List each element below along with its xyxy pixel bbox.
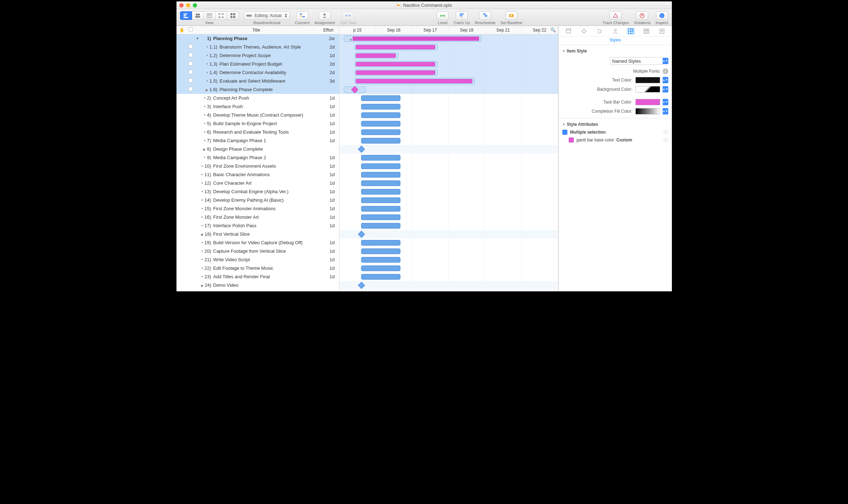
- item-style-header[interactable]: Item Style: [562, 47, 668, 55]
- tab-resource-icon[interactable]: [611, 27, 620, 35]
- gantt-task-bar[interactable]: [361, 189, 400, 195]
- gantt-task-bar[interactable]: [361, 240, 400, 246]
- view-resources-button[interactable]: [192, 11, 204, 20]
- task-row[interactable]: 5)Build Sample In-Engine Project1d: [176, 119, 339, 128]
- task-bar-color-swatch[interactable]: [635, 99, 660, 105]
- gantt-row[interactable]: [339, 196, 558, 205]
- view-calendar-button[interactable]: [204, 11, 215, 20]
- gantt-row[interactable]: [339, 153, 558, 162]
- task-list[interactable]: ▼1)Planning Phase2w1.1)Brainstorm Themes…: [176, 34, 339, 291]
- timeline-day[interactable]: p 15: [339, 26, 376, 34]
- gantt-row[interactable]: [339, 136, 558, 145]
- task-row[interactable]: ▼1)Planning Phase2w: [176, 34, 339, 43]
- gantt-row[interactable]: [339, 213, 558, 222]
- chevron-updown-icon[interactable]: ▲▼: [663, 99, 668, 105]
- named-styles-select[interactable]: Named Styles: [610, 57, 663, 65]
- task-row[interactable]: 16)First Zone Monster Art1d: [176, 213, 339, 222]
- gantt-milestone[interactable]: [358, 231, 365, 238]
- tab-diamond-icon[interactable]: [579, 27, 589, 35]
- task-row[interactable]: 19)Build Version for Video Capture (Debu…: [176, 239, 339, 247]
- gantt-task-bar[interactable]: [355, 69, 438, 76]
- gantt-task-bar[interactable]: [361, 265, 400, 271]
- task-row[interactable]: 10)First Zone Environment Assets1d: [176, 162, 339, 170]
- task-row[interactable]: 11)Basic Character Animations1d: [176, 170, 339, 179]
- chevron-updown-icon[interactable]: ▲▼: [663, 108, 668, 114]
- gantt-row[interactable]: [339, 51, 558, 60]
- search-icon[interactable]: 🔍: [550, 27, 556, 33]
- gantt-task-bar[interactable]: [361, 206, 400, 212]
- task-row[interactable]: 1.4)Determine Contractor Availability2d: [176, 68, 339, 77]
- remove-icon[interactable]: ✕: [663, 130, 668, 135]
- gantt-group-bar[interactable]: ▼: [344, 35, 482, 42]
- violations-button[interactable]: [636, 11, 648, 20]
- task-row[interactable]: 9)Media Campaign Phase 21d: [176, 153, 339, 162]
- gantt-task-bar[interactable]: [361, 180, 400, 186]
- gantt-row[interactable]: [339, 273, 558, 281]
- background-color-swatch[interactable]: [635, 86, 660, 93]
- gantt-row[interactable]: [339, 179, 558, 187]
- chevron-updown-icon[interactable]: ▲▼: [663, 86, 668, 93]
- gantt-task-bar[interactable]: [361, 214, 400, 220]
- gantt-row[interactable]: [339, 111, 558, 119]
- timeline-day[interactable]: Sep 18: [449, 26, 485, 34]
- gantt-row[interactable]: [339, 264, 558, 273]
- gantt-task-bar[interactable]: [355, 78, 475, 84]
- gantt-task-bar[interactable]: [361, 274, 400, 280]
- gantt-milestone[interactable]: [358, 282, 365, 289]
- task-row[interactable]: 6)Research and Evaluate Testing Tools1d: [176, 128, 339, 136]
- gantt-task-bar[interactable]: [361, 155, 400, 161]
- view-gantt-button[interactable]: [180, 11, 192, 20]
- note-icon[interactable]: [189, 53, 193, 57]
- gantt-row[interactable]: [339, 145, 558, 153]
- gantt-task-bar[interactable]: [355, 52, 398, 59]
- task-row[interactable]: 1.2)Determine Project Scope1d: [176, 51, 339, 60]
- gantt-milestone[interactable]: [358, 146, 365, 153]
- baseline-select[interactable]: Editing: Actual ▲▼: [244, 11, 290, 20]
- gantt-row[interactable]: [339, 205, 558, 213]
- gantt-task-bar[interactable]: [355, 44, 438, 50]
- grab-column-icon[interactable]: ✋: [178, 28, 186, 33]
- reschedule-button[interactable]: [479, 11, 491, 20]
- task-row[interactable]: 3)Interface Push1d: [176, 102, 339, 111]
- text-color-swatch[interactable]: [635, 77, 660, 83]
- gantt-task-bar[interactable]: [361, 257, 400, 263]
- track-changes-button[interactable]: [610, 11, 622, 20]
- gantt-row[interactable]: [339, 77, 558, 85]
- gantt-row[interactable]: [339, 85, 558, 94]
- assignment-button[interactable]: [319, 11, 331, 20]
- gantt-row[interactable]: [339, 222, 558, 230]
- gantt-task-bar[interactable]: [361, 223, 400, 229]
- gantt-row[interactable]: [339, 43, 558, 51]
- gantt-row[interactable]: [339, 119, 558, 128]
- task-row[interactable]: 14)Develop Enemy Pathing AI (Basic)1d: [176, 196, 339, 205]
- style-attr-ganttbar[interactable]: gantt bar base color: Custom ✕: [562, 136, 668, 144]
- gantt-task-bar[interactable]: [361, 138, 400, 144]
- gantt-milestone[interactable]: [344, 86, 366, 93]
- gantt-row[interactable]: [339, 230, 558, 239]
- task-row[interactable]: 18)First Vertical Slice: [176, 230, 339, 239]
- gantt-body[interactable]: ▼: [339, 34, 558, 291]
- task-row[interactable]: 1.1)Brainstorm Themes, Audience, Art Sty…: [176, 43, 339, 51]
- timeline-day[interactable]: Sep 21: [485, 26, 522, 34]
- task-row[interactable]: 13)Develop Combat Engine (Alpha Ver.)1d: [176, 187, 339, 196]
- info-icon[interactable]: i: [663, 68, 668, 74]
- effort-column-header[interactable]: Effort: [318, 28, 339, 33]
- tab-export-icon[interactable]: [657, 27, 667, 35]
- gantt-row[interactable]: [339, 68, 558, 77]
- timeline-day[interactable]: Sep 17: [412, 26, 449, 34]
- gantt-row[interactable]: [339, 239, 558, 247]
- level-button[interactable]: [437, 11, 449, 20]
- gantt-row[interactable]: [339, 94, 558, 102]
- remove-icon[interactable]: ✕: [663, 138, 668, 142]
- gantt-task-bar[interactable]: [361, 104, 400, 110]
- gantt-row[interactable]: [339, 162, 558, 170]
- chevron-updown-icon[interactable]: ▲▼: [663, 58, 668, 64]
- task-row[interactable]: 12)Core Character Art1d: [176, 179, 339, 187]
- inspect-button[interactable]: i: [656, 11, 668, 20]
- gantt-row[interactable]: ▼: [339, 34, 558, 43]
- gantt-task-bar[interactable]: [361, 197, 400, 203]
- style-attr-multiselect[interactable]: Multiple selection ✕: [562, 128, 668, 136]
- gantt-row[interactable]: [339, 102, 558, 111]
- task-row[interactable]: 20)Capture Footage from Vertical Slice1d: [176, 247, 339, 256]
- task-row[interactable]: 1.5)Evaluate and Select Middleware3d: [176, 77, 339, 85]
